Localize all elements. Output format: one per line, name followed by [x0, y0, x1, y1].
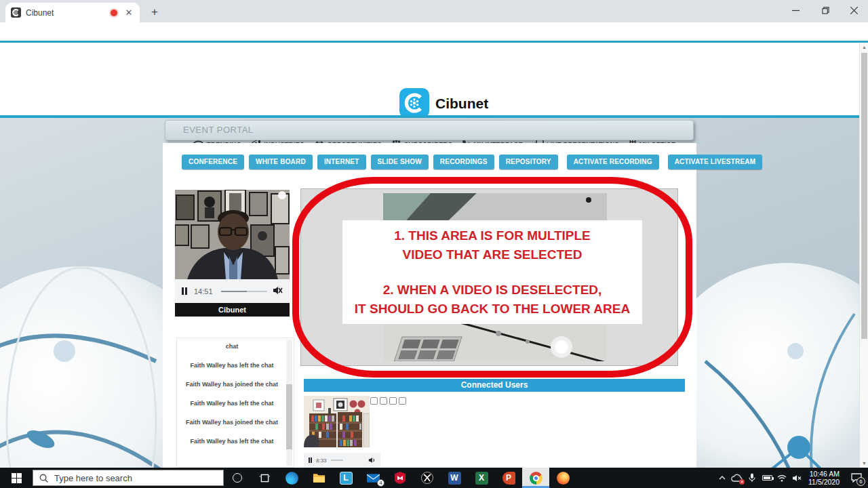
chat-message: Faith Walley has left the chat: [181, 437, 283, 445]
pause-icon[interactable]: [309, 458, 312, 463]
wifi-tray-icon[interactable]: [774, 468, 789, 488]
thumbnail-video-controls[interactable]: 8:33: [304, 453, 380, 468]
video-time: 8:33: [316, 458, 327, 464]
annotation-line: IT SHOULD GO BACK TO THE LOWER AREA: [342, 300, 642, 319]
volume-muted-icon[interactable]: [789, 468, 804, 488]
microphone-icon[interactable]: [745, 468, 760, 488]
search-placeholder: Type here to search: [54, 473, 132, 483]
firefox-taskbar-icon[interactable]: [549, 468, 576, 488]
event-portal-banner: EVENT PORTAL: [165, 120, 694, 140]
word-icon: W: [448, 472, 461, 485]
l-app-icon: L: [340, 472, 353, 485]
cortana-icon: [233, 473, 242, 483]
annotation-line: 2. WHEN A VIDEO IS DESELECTED,: [342, 281, 642, 300]
internet-button[interactable]: INTERNET: [317, 155, 366, 169]
mail-badge: 4: [377, 479, 384, 487]
l-app-taskbar-icon[interactable]: L: [332, 468, 359, 488]
excel-taskbar-icon[interactable]: X: [468, 468, 495, 488]
notification-badge: 6: [856, 477, 865, 486]
user-video-thumbnail[interactable]: [304, 396, 370, 447]
annotation-text-box: 1. THIS AREA IS FOR MULTIPLE VIDEO THAT …: [342, 220, 642, 324]
white-board-button[interactable]: WHITE BOARD: [249, 155, 313, 169]
chrome-icon: [530, 472, 542, 485]
powerpoint-icon: P: [502, 472, 515, 485]
video-select-checkbox[interactable]: [370, 397, 378, 405]
chrome-taskbar-icon[interactable]: [522, 468, 549, 488]
task-view-button[interactable]: [251, 468, 278, 488]
firefox-icon: [557, 472, 570, 485]
scrollbar-thumb[interactable]: [861, 53, 867, 339]
browser-toolbar: cibunet.com/temasys.php?admin=true&e=Nit…: [0, 22, 868, 41]
annotation-line: VIDEO THAT ARE SELECTED: [342, 245, 642, 264]
window-restore-button[interactable]: [811, 0, 840, 20]
video-select-checkbox[interactable]: [389, 397, 397, 405]
mcafee-taskbar-icon[interactable]: [387, 468, 414, 488]
scroll-up-icon[interactable]: ▲: [860, 45, 868, 49]
cortana-button[interactable]: [224, 468, 251, 488]
chat-message: Faith Walley has joined the chat: [181, 380, 283, 388]
video-select-checkboxes: [370, 397, 406, 405]
video-select-checkbox[interactable]: [380, 397, 387, 405]
conference-button[interactable]: CONFERENCE: [182, 155, 244, 169]
tray-clock[interactable]: 10:46 AM 11/5/2020: [804, 470, 845, 486]
presenter-name-bar: Cibunet: [175, 303, 290, 317]
scroll-down-icon[interactable]: ▼: [860, 461, 868, 466]
excel-icon: X: [475, 472, 488, 485]
powerpoint-taskbar-icon[interactable]: P: [495, 468, 522, 488]
mcafee-shield-icon: [395, 472, 406, 484]
action-center-button[interactable]: 6: [845, 468, 868, 488]
pause-icon[interactable]: [182, 287, 187, 295]
search-icon: [39, 474, 48, 483]
onedrive-icon[interactable]: ✕: [730, 468, 745, 488]
battery-icon[interactable]: [760, 468, 774, 488]
tab-favicon-icon: [11, 7, 21, 18]
onedrive-error-badge: ✕: [739, 479, 745, 485]
task-view-icon: [260, 474, 270, 483]
browser-tab-strip: Cibunet ✕ +: [0, 0, 868, 22]
activate-livestream-button[interactable]: ACTIVATE LIVESTREAM: [668, 155, 763, 169]
header-bottom-accent-bar: [0, 115, 868, 118]
chat-message: Faith Walley has joined the chat: [181, 418, 283, 426]
video-time: 14:51: [194, 287, 213, 296]
start-button[interactable]: [0, 468, 33, 488]
tab-close-icon[interactable]: ✕: [123, 7, 134, 18]
repository-button[interactable]: REPOSITORY: [499, 155, 558, 169]
video-controls[interactable]: 14:51: [175, 279, 290, 303]
site-header: Cibunet WELCOME | LOG OUT TRENDING INDUS…: [0, 43, 868, 115]
chat-scrollbar[interactable]: [286, 340, 292, 466]
page-scrollbar[interactable]: ▲ ▼: [859, 43, 868, 468]
presenter-video[interactable]: [175, 190, 290, 279]
file-explorer-taskbar-icon[interactable]: [305, 468, 332, 488]
word-taskbar-icon[interactable]: W: [441, 468, 468, 488]
cibunet-logo-icon[interactable]: [399, 88, 429, 118]
video-select-checkbox[interactable]: [399, 397, 406, 405]
taskbar-search-input[interactable]: Type here to search: [33, 470, 224, 486]
speaker-icon[interactable]: [368, 454, 376, 466]
slide-show-button[interactable]: SLIDE SHOW: [371, 155, 429, 169]
browser-tab[interactable]: Cibunet ✕: [5, 3, 140, 22]
portal-button-row: CONFERENCE WHITE BOARD INTERNET SLIDE SH…: [182, 155, 762, 169]
new-tab-button[interactable]: +: [146, 4, 163, 20]
chat-message: Faith Walley has left the chat: [181, 361, 283, 369]
window-close-button[interactable]: [840, 0, 868, 20]
tray-chevron-icon[interactable]: [715, 468, 730, 488]
windows-logo-icon: [12, 473, 22, 483]
windows-taskbar: Type here to search L 4 W X P: [0, 468, 868, 488]
tab-recording-indicator-icon: [111, 9, 117, 16]
seek-bar[interactable]: [221, 291, 267, 292]
activate-recording-button[interactable]: ACTIVATE RECORDING: [567, 155, 659, 169]
chat-panel[interactable]: chat Faith Walley has left the chat Fait…: [176, 338, 294, 468]
muted-speaker-icon[interactable]: [273, 285, 283, 298]
annotation-line: 1. THIS AREA IS FOR MULTIPLE: [342, 226, 642, 245]
seek-bar[interactable]: [331, 460, 343, 461]
mail-taskbar-icon[interactable]: 4: [359, 468, 387, 488]
xbox-taskbar-icon[interactable]: [414, 468, 441, 488]
tab-title: Cibunet: [26, 8, 111, 18]
recordings-button[interactable]: RECORDINGS: [433, 155, 494, 169]
file-explorer-icon: [313, 472, 326, 483]
chat-message: chat: [181, 342, 283, 350]
window-minimize-button[interactable]: [781, 0, 810, 20]
brand-name: Cibunet: [435, 96, 488, 112]
chat-message: Faith Walley has left the chat: [181, 399, 283, 407]
edge-taskbar-icon[interactable]: [278, 468, 305, 488]
